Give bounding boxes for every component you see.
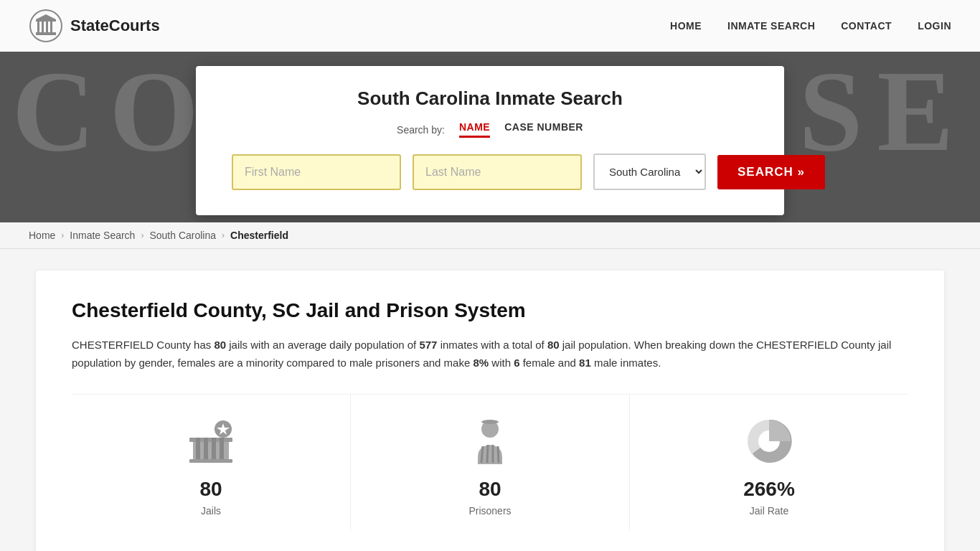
svg-rect-11 xyxy=(204,438,208,459)
desc-total: 80 xyxy=(547,339,560,351)
first-name-input[interactable] xyxy=(232,154,401,190)
search-by-label: Search by: xyxy=(397,124,445,136)
main-nav: HOME INMATE SEARCH CONTACT LOGIN xyxy=(670,20,951,32)
svg-line-23 xyxy=(498,446,499,463)
search-button[interactable]: SEARCH » xyxy=(717,155,825,189)
svg-rect-4 xyxy=(42,22,44,32)
svg-rect-10 xyxy=(196,438,200,459)
tab-case-number[interactable]: CASE NUMBER xyxy=(504,121,583,138)
desc-female: 6 xyxy=(514,357,519,369)
last-name-input[interactable] xyxy=(413,154,582,190)
stat-prisoners: 80 Prisoners xyxy=(351,395,630,531)
svg-marker-7 xyxy=(36,14,56,19)
breadcrumb-sep-2: › xyxy=(141,230,143,240)
nav-home[interactable]: HOME xyxy=(670,20,702,32)
logo-icon xyxy=(29,9,63,43)
tab-name[interactable]: NAME xyxy=(459,121,490,138)
desc-mid2: inmates with a total of xyxy=(437,339,547,351)
jails-icon xyxy=(182,416,240,466)
breadcrumb-sep-1: › xyxy=(61,230,64,240)
svg-rect-3 xyxy=(37,22,39,32)
search-title: South Carolina Inmate Search xyxy=(232,88,748,110)
prisoners-label: Prisoners xyxy=(468,505,511,517)
desc-percent: 8% xyxy=(473,357,489,369)
svg-rect-2 xyxy=(36,19,56,22)
svg-rect-1 xyxy=(36,32,56,35)
stat-jail-rate: 266% Jail Rate xyxy=(630,395,908,531)
svg-line-20 xyxy=(481,446,483,463)
breadcrumb-home[interactable]: Home xyxy=(29,230,55,241)
search-fields: South Carolina AlabamaAlaskaArizonaArkan… xyxy=(232,154,748,190)
search-card: South Carolina Inmate Search Search by: … xyxy=(196,66,784,215)
svg-rect-12 xyxy=(212,438,216,459)
desc-mid4: with xyxy=(489,357,514,369)
desc-end: male inmates. xyxy=(591,357,661,369)
stats-row: 80 Jails xyxy=(72,394,908,531)
jail-rate-number: 266% xyxy=(743,478,795,501)
logo-text: StateCourts xyxy=(70,17,160,35)
desc-mid5: female and xyxy=(520,357,580,369)
svg-rect-14 xyxy=(189,459,232,463)
prisoners-number: 80 xyxy=(479,478,501,501)
breadcrumb-county: Chesterfield xyxy=(230,230,288,241)
county-description: CHESTERFIELD County has 80 jails with an… xyxy=(72,336,908,372)
breadcrumb: Home › Inmate Search › South Carolina › … xyxy=(0,222,980,249)
svg-rect-19 xyxy=(485,420,495,423)
main-content: Chesterfield County, SC Jail and Prison … xyxy=(0,249,980,551)
stat-jails: 80 Jails xyxy=(72,395,351,531)
nav-login[interactable]: LOGIN xyxy=(918,20,951,32)
county-title: Chesterfield County, SC Jail and Prison … xyxy=(72,299,908,322)
svg-rect-6 xyxy=(50,22,52,32)
desc-pre1: CHESTERFIELD County has xyxy=(72,339,214,351)
jail-rate-icon xyxy=(740,416,798,466)
jail-rate-label: Jail Rate xyxy=(750,505,788,517)
svg-rect-13 xyxy=(220,438,224,459)
svg-line-21 xyxy=(487,445,488,463)
state-select[interactable]: South Carolina AlabamaAlaskaArizonaArkan… xyxy=(593,154,706,190)
nav-contact[interactable]: CONTACT xyxy=(841,20,892,32)
svg-rect-5 xyxy=(46,22,48,32)
desc-male: 81 xyxy=(579,357,591,369)
jails-number: 80 xyxy=(199,478,222,501)
desc-jails-count: 80 xyxy=(214,339,226,351)
breadcrumb-sep-3: › xyxy=(222,230,225,240)
prisoners-icon xyxy=(461,416,519,466)
jails-label: Jails xyxy=(201,505,221,517)
breadcrumb-state[interactable]: South Carolina xyxy=(149,230,216,241)
nav-inmate-search[interactable]: INMATE SEARCH xyxy=(727,20,815,32)
site-logo[interactable]: StateCourts xyxy=(29,9,160,43)
breadcrumb-inmate-search[interactable]: Inmate Search xyxy=(70,230,135,241)
content-card: Chesterfield County, SC Jail and Prison … xyxy=(36,270,944,551)
desc-population: 577 xyxy=(419,339,437,351)
desc-mid1: jails with an average daily population o… xyxy=(226,339,419,351)
